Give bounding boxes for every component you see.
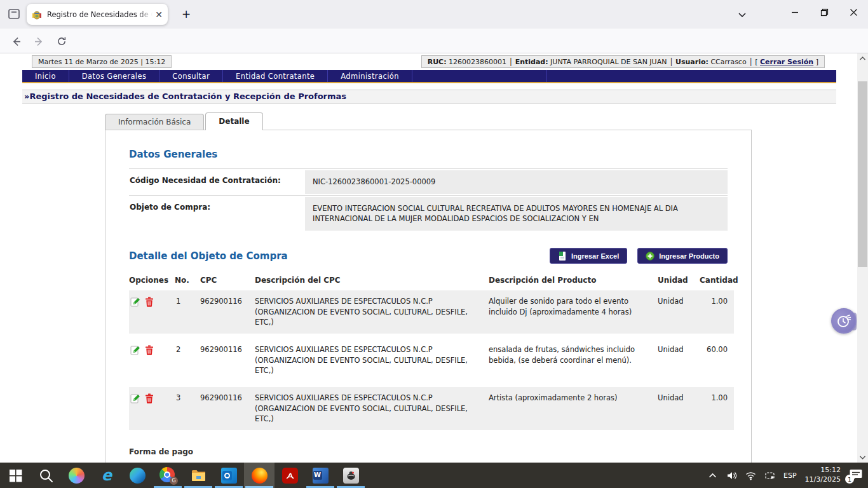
minimize-button[interactable] bbox=[780, 0, 810, 24]
nav-menu-item[interactable]: Datos Generales bbox=[69, 70, 159, 82]
taskbar-copilot[interactable] bbox=[61, 463, 92, 488]
detalle-table-header: Opciones No. CPC Descripción del CPC Des… bbox=[129, 271, 734, 290]
chrome-icon: G bbox=[159, 467, 176, 484]
column-header: Descripción del Producto bbox=[489, 271, 658, 290]
remote-session-icon[interactable] bbox=[764, 470, 775, 481]
tab-close-icon[interactable]: ✕ bbox=[155, 10, 163, 20]
row-product-description: Artista (aproximadamente 2 horas) bbox=[489, 393, 658, 403]
volume-icon[interactable] bbox=[726, 470, 737, 481]
ingresar-excel-label: Ingresar Excel bbox=[571, 252, 619, 260]
language-indicator[interactable]: ESP bbox=[783, 471, 797, 480]
field-value: EVENTO INTEGRACION SOCIAL CULTURAL RECRE… bbox=[305, 197, 728, 231]
row-cpc-description: SERVICIOS AUXILIARES DE ESPECTACULOS N.C… bbox=[255, 344, 489, 376]
scroll-up-arrow[interactable] bbox=[857, 53, 868, 64]
back-button[interactable] bbox=[8, 33, 24, 50]
vertical-scrollbar[interactable] bbox=[857, 53, 868, 463]
action-center-icon[interactable]: 1 bbox=[849, 468, 864, 482]
row-number: 2 bbox=[175, 344, 200, 355]
floating-timer-widget[interactable] bbox=[831, 308, 857, 334]
column-header: Unidad bbox=[658, 271, 700, 290]
scroll-down-arrow[interactable] bbox=[857, 452, 868, 463]
row-quantity: 60.00 bbox=[700, 344, 734, 355]
reload-button[interactable] bbox=[53, 33, 70, 50]
row-quantity: 1.00 bbox=[700, 393, 734, 403]
taskbar-acrobat[interactable] bbox=[275, 463, 305, 488]
detalle-table-row: 2 962900116 SERVICIOS AUXILIARES DE ESPE… bbox=[129, 339, 734, 382]
copilot-icon bbox=[69, 468, 85, 484]
taskbar-firefox[interactable] bbox=[244, 463, 275, 488]
page-content: Martes 11 de Marzo de 2025 | 15:12 RUC: … bbox=[0, 53, 857, 463]
browser-toolbar: https://www.compraspublicas.gob.ec/Proce… bbox=[0, 29, 868, 53]
taskbar-clock[interactable]: 15:12 11/3/2025 bbox=[805, 466, 841, 485]
datos-generales-row: Código Necesidad de Contratación: NIC-12… bbox=[129, 168, 728, 195]
close-button[interactable] bbox=[839, 0, 868, 24]
detalle-header: Detalle del Objeto de Compra Ingresar Ex… bbox=[129, 248, 728, 264]
taskbar-file-explorer[interactable] bbox=[183, 463, 214, 488]
wifi-icon[interactable] bbox=[745, 470, 756, 481]
scrollbar-thumb[interactable] bbox=[858, 81, 867, 267]
tab-organizer-icon[interactable] bbox=[7, 7, 21, 21]
form-tab[interactable]: Detalle bbox=[205, 112, 262, 130]
edit-icon[interactable] bbox=[130, 297, 140, 307]
windows-logo-icon bbox=[8, 468, 24, 484]
outlook-icon bbox=[221, 468, 237, 484]
tab-list-chevron-icon[interactable] bbox=[735, 8, 750, 22]
usuario-value: CCarrasco bbox=[710, 58, 746, 66]
nav-menu-item[interactable]: Administración bbox=[328, 70, 412, 82]
browser-titlebar: Registro de Necesidades de Co ✕ + bbox=[0, 0, 868, 29]
column-header: No. bbox=[175, 271, 200, 290]
taskbar-word[interactable]: W bbox=[305, 463, 336, 488]
file-explorer-icon bbox=[191, 468, 207, 484]
delete-trash-icon[interactable] bbox=[145, 297, 154, 307]
entidad-value: JUNTA PARROQUIAL DE SAN JUAN bbox=[550, 58, 667, 66]
nav-menu-item[interactable]: Entidad Contratante bbox=[223, 70, 328, 82]
taskbar-edge[interactable] bbox=[122, 463, 153, 488]
row-product-description: Alquiler de sonido para todo el evento i… bbox=[489, 296, 658, 317]
column-header: CPC bbox=[200, 271, 255, 290]
page-title: »Registro de Necesidades de Contratación… bbox=[22, 90, 836, 104]
detalle-table-row: 1 962900116 SERVICIOS AUXILIARES DE ESPE… bbox=[129, 290, 734, 334]
taskbar-internet-explorer[interactable]: e bbox=[92, 463, 122, 488]
detalle-table-body: 1 962900116 SERVICIOS AUXILIARES DE ESPE… bbox=[129, 290, 728, 430]
taskbar-search[interactable] bbox=[31, 463, 61, 488]
delete-trash-icon[interactable] bbox=[145, 393, 154, 403]
detalle-heading: Detalle del Objeto de Compra bbox=[129, 250, 288, 262]
row-cpc: 962900116 bbox=[200, 393, 255, 403]
acrobat-icon bbox=[282, 468, 298, 484]
browser-tab[interactable]: Registro de Necesidades de Co ✕ bbox=[27, 4, 168, 25]
nav-menu-item[interactable]: Inicio bbox=[22, 70, 69, 82]
session-datetime: Martes 11 de Marzo de 2025 | 15:12 bbox=[32, 55, 172, 68]
row-cpc-description: SERVICIOS AUXILIARES DE ESPECTACULOS N.C… bbox=[255, 296, 489, 328]
delete-trash-icon[interactable] bbox=[145, 345, 154, 355]
field-label: Código Necesidad de Contratación: bbox=[129, 169, 305, 195]
new-tab-button[interactable]: + bbox=[178, 6, 194, 23]
form-tab[interactable]: Información Básica bbox=[105, 114, 204, 130]
tray-time: 15:12 bbox=[805, 466, 841, 475]
forma-de-pago-label: Forma de pago bbox=[129, 447, 728, 456]
ingresar-producto-button[interactable]: Ingresar Producto bbox=[637, 248, 728, 264]
logout-link[interactable]: Cerrar Sesión bbox=[760, 58, 813, 66]
ruc-label: RUC: bbox=[428, 58, 447, 66]
detalle-buttons: Ingresar Excel Ingresar Producto bbox=[550, 248, 728, 264]
ingresar-excel-button[interactable]: Ingresar Excel bbox=[550, 248, 627, 264]
taskbar-outlook[interactable] bbox=[214, 463, 244, 488]
row-quantity: 1.00 bbox=[700, 296, 734, 307]
row-cpc-description: SERVICIOS AUXILIARES DE ESPECTACULOS N.C… bbox=[255, 393, 489, 424]
start-button[interactable] bbox=[0, 463, 31, 488]
tray-chevron-icon[interactable] bbox=[707, 470, 718, 481]
edit-icon[interactable] bbox=[130, 345, 140, 355]
field-label: Objeto de Compra: bbox=[129, 196, 305, 232]
nav-menu-item[interactable]: Consultar bbox=[159, 70, 223, 82]
taskbar-java-app[interactable] bbox=[336, 463, 366, 488]
search-icon bbox=[38, 468, 54, 484]
restore-button[interactable] bbox=[810, 0, 839, 24]
datos-generales-table: Código Necesidad de Contratación: NIC-12… bbox=[129, 168, 728, 232]
entidad-label: Entidad: bbox=[515, 58, 548, 66]
detalle-table-row: 3 962900116 SERVICIOS AUXILIARES DE ESPE… bbox=[129, 387, 734, 430]
taskbar-chrome[interactable]: G bbox=[153, 463, 183, 488]
forward-button[interactable] bbox=[31, 33, 47, 50]
edge-icon bbox=[130, 468, 146, 484]
notification-badge: 1 bbox=[845, 475, 854, 484]
edit-icon[interactable] bbox=[130, 393, 140, 403]
main-navigation: Inicio Datos Generales Consultar Entidad… bbox=[22, 70, 836, 83]
